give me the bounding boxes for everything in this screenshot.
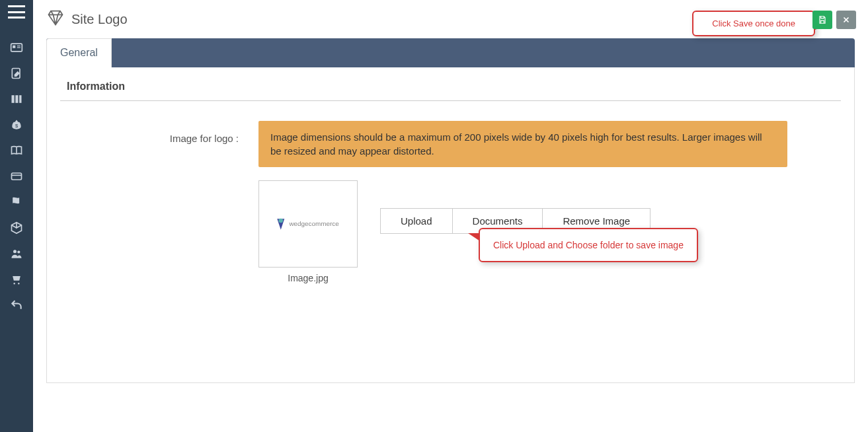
tab-bar: General xyxy=(46,38,855,67)
upload-button[interactable]: Upload xyxy=(380,208,453,234)
sidebar: $ xyxy=(0,0,33,432)
cart-icon xyxy=(10,273,23,286)
columns-icon xyxy=(10,92,23,106)
svg-rect-0 xyxy=(11,44,22,52)
form-row-logo: Image for logo : Image dimensions should… xyxy=(60,121,841,283)
clipboard-edit-icon xyxy=(10,67,23,80)
image-filename: Image.jpg xyxy=(288,273,328,283)
sidebar-item-money[interactable]: $ xyxy=(0,112,33,137)
info-box: Image dimensions should be a maximum of … xyxy=(258,121,787,167)
logo-preview-image: wedgecommerce xyxy=(272,213,344,235)
label-image-for-logo: Image for logo : xyxy=(60,121,239,283)
main-content: Site Logo Click Save once done General I… xyxy=(33,0,868,432)
sidebar-item-users[interactable] xyxy=(0,240,33,266)
header: Site Logo Click Save once done xyxy=(33,0,868,38)
svg-rect-1 xyxy=(13,45,15,48)
sidebar-item-cart[interactable] xyxy=(0,266,33,292)
tooltip-save: Click Save once done xyxy=(692,11,815,36)
book-icon xyxy=(10,144,23,157)
svg-rect-5 xyxy=(12,95,15,103)
users-icon xyxy=(10,247,23,260)
image-preview: wedgecommerce Image.jpg xyxy=(258,180,358,283)
save-button[interactable] xyxy=(812,11,832,29)
sidebar-item-card[interactable] xyxy=(0,34,33,60)
box-icon xyxy=(10,221,23,234)
sidebar-item-flag[interactable] xyxy=(0,189,33,215)
credit-card-icon xyxy=(10,170,23,183)
page-title: Site Logo xyxy=(71,12,128,27)
sidebar-item-columns[interactable] xyxy=(0,86,33,112)
content-panel: Information Image for logo : Image dimen… xyxy=(46,67,855,383)
header-left: Site Logo xyxy=(46,9,128,30)
close-icon xyxy=(842,15,851,24)
svg-text:wedgecommerce: wedgecommerce xyxy=(288,220,339,227)
svg-point-13 xyxy=(17,250,20,253)
svg-point-14 xyxy=(278,218,283,223)
svg-rect-7 xyxy=(19,95,21,103)
svg-point-12 xyxy=(13,250,17,253)
form-content: Image dimensions should be a maximum of … xyxy=(258,121,841,283)
sidebar-item-book[interactable] xyxy=(0,137,33,163)
tab-general[interactable]: General xyxy=(46,38,112,67)
tooltip-upload: Click Upload and Choose folder to save i… xyxy=(479,228,698,262)
svg-rect-6 xyxy=(15,95,18,103)
sidebar-item-box[interactable] xyxy=(0,215,33,240)
section-title: Information xyxy=(60,81,841,101)
diamond-icon xyxy=(46,9,65,30)
svg-rect-10 xyxy=(12,173,22,180)
header-actions xyxy=(812,11,856,29)
flag-icon xyxy=(10,196,23,209)
money-bag-icon: $ xyxy=(10,118,23,131)
id-card-icon xyxy=(10,41,23,54)
cancel-button[interactable] xyxy=(836,11,856,29)
sidebar-item-card2[interactable] xyxy=(0,163,33,189)
hamburger-menu-icon[interactable] xyxy=(8,5,25,18)
sidebar-item-edit[interactable] xyxy=(0,60,33,86)
save-icon xyxy=(818,15,827,24)
undo-icon xyxy=(10,299,23,312)
image-preview-box[interactable]: wedgecommerce xyxy=(258,180,358,268)
sidebar-item-undo[interactable] xyxy=(0,292,33,318)
